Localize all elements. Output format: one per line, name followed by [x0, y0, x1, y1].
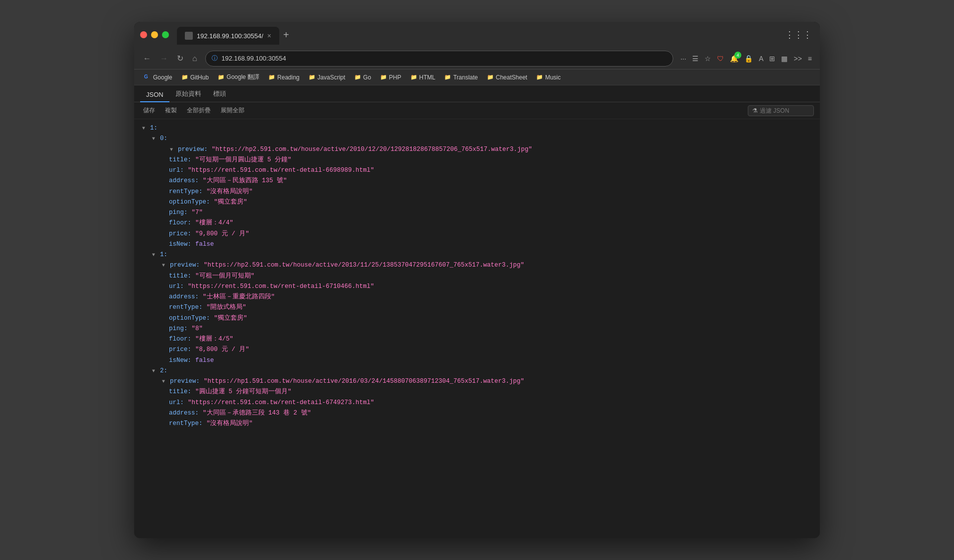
copy-button[interactable]: 複製	[162, 105, 180, 116]
json-filter[interactable]: ⚗	[748, 105, 814, 116]
bookmark-cheatsheet[interactable]: 📁 CheatSheet	[483, 72, 531, 82]
item2-title: title: "圓山捷運 5 分鐘可短期一個月"	[142, 387, 812, 397]
bookmark-google-translate[interactable]: 📁 Google 翻譯	[214, 71, 263, 83]
lock-button[interactable]: 🔒	[742, 53, 755, 65]
active-tab[interactable]: 192.168.99.100:30554/ ×	[177, 27, 279, 45]
json-toolbar: 儲存 複製 全部折疊 展開全部 ⚗	[134, 102, 820, 119]
bookmark-label: CheatSheet	[496, 74, 527, 81]
bookmark-label: Google 翻譯	[227, 73, 259, 81]
bookmark-reading[interactable]: 📁 Reading	[264, 72, 304, 82]
address-bar[interactable]: ⓘ 192.168.99.100:30554	[205, 51, 674, 67]
new-tab-button[interactable]: +	[279, 27, 293, 43]
sidebar-button[interactable]: ▦	[779, 53, 790, 65]
minimize-button[interactable]	[151, 31, 158, 38]
item1-arrow: ▼ 1:	[142, 250, 812, 260]
folder-icon: 📁	[268, 74, 275, 80]
reload-button[interactable]: ↻	[174, 52, 186, 65]
extensions-button[interactable]: >>	[792, 53, 803, 65]
tab-bar: 192.168.99.100:30554/ × +	[177, 25, 779, 45]
collapse-icon[interactable]: ▼	[142, 124, 149, 133]
bookmark-label: Google	[153, 74, 172, 81]
bookmark-go[interactable]: 📁 Go	[350, 72, 375, 82]
bookmark-music[interactable]: 📁 Music	[532, 72, 564, 82]
item1-url: url: "https://rent.591.com.tw/rent-detai…	[142, 281, 812, 292]
item1-isnew: isNew: false	[142, 355, 812, 366]
item1-preview: ▼ preview: "https://hp2.591.com.tw/house…	[142, 260, 812, 271]
pocket-button[interactable]: ☰	[690, 53, 701, 65]
bookmark-label: HTML	[419, 74, 436, 81]
address-port: :30554	[266, 55, 286, 62]
item1-address: address: "士林區－重慶北路四段"	[142, 292, 812, 302]
tab-title: 192.168.99.100:30554/	[197, 32, 263, 40]
tab-headers[interactable]: 標頭	[207, 86, 232, 102]
expand-all-button[interactable]: 展開全部	[218, 105, 247, 116]
json-content: ▼ 1: ▼ 0: ▼ preview: "https://hp2.591.co…	[134, 119, 820, 538]
folder-icon: 📁	[181, 74, 188, 80]
save-button[interactable]: 儲存	[140, 105, 158, 116]
item0-preview: ▼ preview: "https://hp2.591.com.tw/house…	[142, 144, 812, 155]
nav-right-icons: ··· ☰ ☆ 🛡 🔔 4 🔒 A ⊞ ▦ >> ≡	[678, 53, 814, 65]
item0-ping: ping: "7"	[142, 208, 812, 218]
item1-floor: floor: "樓層：4/5"	[142, 334, 812, 345]
nav-bar: ← → ↻ ⌂ ⓘ 192.168.99.100:30554 ··· ☰ ☆ 🛡…	[134, 48, 820, 70]
item0-isnew: isNew: false	[142, 239, 812, 250]
bookmark-html[interactable]: 📁 HTML	[406, 72, 440, 82]
item1-title: title: "可租一個月可短期"	[142, 271, 812, 281]
collapse-icon[interactable]: ▼	[152, 367, 159, 375]
bookmark-star-button[interactable]: ☆	[703, 53, 713, 65]
grid-icon[interactable]: ⋮⋮⋮	[783, 27, 814, 42]
bookmark-label: Go	[363, 74, 371, 81]
bookmark-php[interactable]: 📁 PHP	[376, 72, 405, 82]
folder-icon: 📁	[410, 74, 417, 80]
bookmark-label: Reading	[277, 74, 300, 81]
item0-price: price: "9,800 元 / 月"	[142, 229, 812, 239]
collapse-all-button[interactable]: 全部折疊	[184, 105, 214, 116]
bookmark-translate[interactable]: 📁 Translate	[440, 72, 482, 82]
bookmark-javascript[interactable]: 📁 JavaScript	[305, 72, 349, 82]
extension-button[interactable]: 🔔 4	[728, 53, 740, 65]
item1-ping: ping: "8"	[142, 324, 812, 334]
tab-close-button[interactable]: ×	[267, 32, 271, 40]
multiview-button[interactable]: ⊞	[767, 53, 777, 65]
folder-icon: 📁	[309, 74, 316, 80]
folder-icon: 📁	[218, 74, 225, 80]
folder-icon: 📁	[487, 74, 494, 80]
root-arrow: ▼ 1:	[142, 123, 812, 134]
tab-favicon	[185, 32, 193, 40]
bookmark-github[interactable]: 📁 GitHub	[177, 72, 213, 82]
menu-button[interactable]: ≡	[806, 53, 814, 65]
tab-json[interactable]: JSON	[140, 88, 169, 102]
translate-button[interactable]: A	[757, 53, 765, 65]
collapse-icon[interactable]: ▼	[152, 135, 159, 143]
bookmark-google[interactable]: G Google	[140, 72, 176, 82]
shield-button[interactable]: 🛡	[715, 53, 726, 65]
title-bar: 192.168.99.100:30554/ × + ⋮⋮⋮	[134, 22, 820, 48]
folder-icon: 📁	[536, 74, 543, 80]
item0-renttype: rentType: "沒有格局說明"	[142, 187, 812, 197]
item0-address: address: "大同區－民族西路 135 號"	[142, 176, 812, 186]
item0-title: title: "可短期一個月圓山捷運 5 分鐘"	[142, 155, 812, 165]
folder-icon: 📁	[444, 74, 451, 80]
home-button[interactable]: ⌂	[189, 52, 200, 65]
back-button[interactable]: ←	[140, 52, 154, 65]
close-button[interactable]	[140, 31, 147, 38]
google-icon: G	[144, 74, 151, 81]
filter-input[interactable]	[760, 107, 809, 114]
json-viewer-tabs: JSON 原始資料 標頭	[134, 85, 820, 102]
browser-window: 192.168.99.100:30554/ × + ⋮⋮⋮ ← → ↻ ⌂ ⓘ …	[134, 22, 820, 538]
collapse-icon[interactable]: ▼	[152, 251, 159, 259]
bookmark-label: PHP	[389, 74, 401, 81]
maximize-button[interactable]	[162, 31, 169, 38]
forward-button[interactable]: →	[157, 52, 171, 65]
more-button[interactable]: ···	[678, 53, 688, 65]
item0-arrow: ▼ 0:	[142, 134, 812, 144]
item2-preview: ▼ preview: "https://hp1.591.com.tw/house…	[142, 376, 812, 387]
tab-raw[interactable]: 原始資料	[169, 86, 207, 102]
traffic-lights	[140, 31, 169, 38]
item0-url: url: "https://rent.591.com.tw/rent-detai…	[142, 165, 812, 176]
item1-price: price: "8,800 元 / 月"	[142, 345, 812, 355]
item2-url: url: "https://rent.591.com.tw/rent-detai…	[142, 398, 812, 408]
filter-icon: ⚗	[752, 107, 758, 114]
folder-icon: 📁	[354, 74, 361, 80]
item1-optiontype: optionType: "獨立套房"	[142, 313, 812, 324]
